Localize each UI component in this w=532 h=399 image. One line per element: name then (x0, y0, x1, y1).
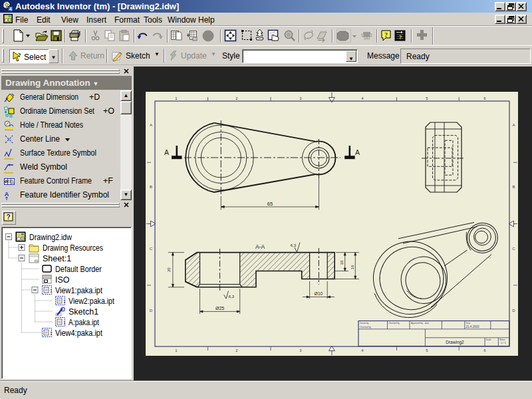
svg-text:+O: +O (103, 106, 114, 116)
svg-text:6,3: 6,3 (229, 295, 235, 299)
svg-text:?: ? (384, 31, 388, 39)
svg-text:4: 4 (9, 7, 12, 11)
svg-text:D: D (512, 309, 515, 313)
svg-text:ISO: ISO (55, 275, 70, 285)
svg-text:+F: +F (103, 176, 113, 186)
svg-text:1 / 1: 1 / 1 (501, 341, 507, 344)
svg-text:Center Line: Center Line (20, 134, 60, 144)
svg-text:View1:paka.ipt: View1:paka.ipt (55, 286, 102, 295)
svg-text:21.4.2003: 21.4.2003 (466, 325, 480, 329)
svg-text:1: 1 (50, 289, 53, 293)
svg-text:Sketch1: Sketch1 (68, 307, 98, 317)
svg-text:Drawing2.idw: Drawing2.idw (29, 233, 72, 242)
svg-text:?: ? (6, 213, 10, 221)
svg-text:Checked by: Checked by (360, 326, 371, 329)
svg-text:16: 16 (350, 265, 354, 269)
svg-text:A-A: A-A (255, 243, 265, 250)
svg-text:View2:paka.ipt: View2:paka.ipt (68, 297, 114, 306)
svg-text:Drawing Resources: Drawing Resources (43, 243, 103, 253)
svg-text:Default Border: Default Border (55, 265, 102, 274)
svg-text:10: 10 (340, 260, 344, 265)
svg-text:Checked by: Checked by (388, 322, 400, 325)
svg-text:Ø10: Ø10 (315, 291, 323, 296)
svg-text:A: A (164, 148, 169, 156)
svg-text:+D: +D (89, 92, 100, 102)
svg-text:A:paka.ipt: A:paka.ipt (68, 318, 99, 327)
svg-text:Drawing2: Drawing2 (446, 340, 464, 345)
svg-text:Drawn by: Drawn by (360, 322, 369, 325)
svg-text:65: 65 (267, 201, 273, 207)
svg-text:A: A (512, 123, 515, 127)
svg-text:Feature Control Frame: Feature Control Frame (20, 176, 92, 186)
svg-text:Surface Texture Symbol: Surface Texture Symbol (20, 148, 96, 158)
svg-text:Ordinate Dimension Set: Ordinate Dimension Set (20, 106, 94, 116)
svg-text:6,3: 6,3 (291, 243, 297, 247)
svg-text:C: C (512, 247, 515, 251)
svg-text:Approved by - date: Approved by - date (411, 322, 429, 325)
svg-text:Hole / Thread Notes: Hole / Thread Notes (20, 120, 83, 130)
svg-text:Ø25: Ø25 (215, 306, 224, 311)
svg-text:Sheet: Sheet (499, 338, 505, 341)
svg-text:A: A (355, 148, 360, 156)
svg-text:View4:paka.ipt: View4:paka.ipt (55, 329, 102, 338)
svg-text:Feature Identifier Symbol: Feature Identifier Symbol (20, 190, 109, 200)
svg-text:B: B (512, 185, 515, 189)
svg-text:Sheet:1: Sheet:1 (43, 254, 71, 263)
svg-text:?: ? (399, 34, 402, 41)
svg-text:Date: Date (466, 322, 471, 325)
svg-text:20: 20 (167, 267, 171, 272)
svg-text:C: C (150, 247, 153, 251)
svg-text:A: A (5, 191, 9, 198)
svg-text:General Dimension: General Dimension (20, 92, 78, 102)
svg-text:1: 1 (11, 180, 14, 184)
svg-text:Scale: Scale (486, 338, 491, 341)
svg-text:Weld Symbol: Weld Symbol (20, 162, 67, 172)
svg-text:D: D (150, 309, 153, 313)
svg-text:A: A (150, 123, 152, 127)
svg-text:B: B (150, 185, 152, 189)
